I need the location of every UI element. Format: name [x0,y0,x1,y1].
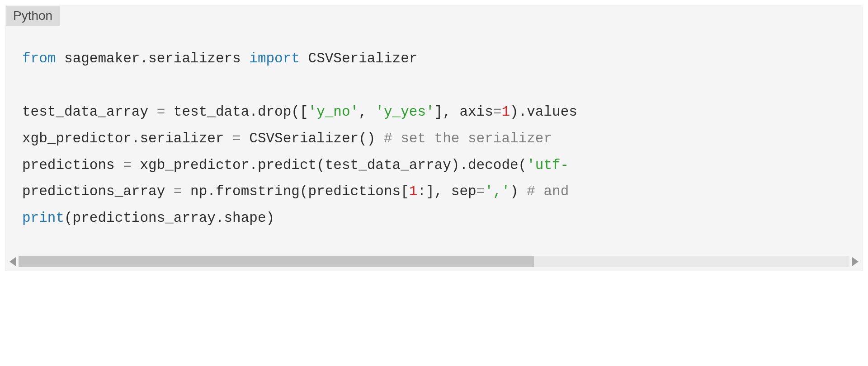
code-text: predictions_array [22,183,174,199]
code-string: 'utf- [527,157,569,173]
code-string: 'y_no' [308,104,359,120]
code-text: test_data_array [22,104,157,120]
code-text: (predictions_array.shape) [64,210,274,226]
code-operator: = [123,157,132,173]
code-text: sagemaker.serializers [56,51,249,66]
scroll-thumb[interactable] [19,256,534,267]
code-string: ',' [485,183,510,199]
code-text: ) [510,183,527,199]
code-text: ], axis [434,104,493,120]
scroll-left-icon[interactable] [9,257,16,266]
horizontal-scrollbar[interactable] [6,254,862,271]
code-operator: = [476,183,485,199]
code-keyword: import [249,51,300,66]
code-content: from sagemaker.serializers import CSVSer… [6,35,862,250]
code-operator: = [493,104,502,120]
code-string: 'y_yes' [375,104,434,120]
scroll-right-icon[interactable] [852,257,859,266]
code-operator: = [174,183,182,199]
code-text: xgb_predictor.predict(test_data_array).d… [132,157,527,173]
code-keyword: print [22,210,64,226]
code-text: ).values [510,104,577,120]
code-number: 1 [409,183,418,199]
code-text: CSVSerializer [300,51,417,66]
code-operator: = [157,104,165,120]
code-scroll-area[interactable]: from sagemaker.serializers import CSVSer… [6,26,862,254]
code-text: predictions [22,157,123,173]
language-tag: Python [6,6,60,26]
code-text: xgb_predictor.serializer [22,131,232,146]
code-comment: # and [527,183,569,199]
code-keyword: from [22,51,56,66]
code-text: np.fromstring(predictions[ [182,183,409,199]
code-operator: = [232,131,241,146]
code-text: test_data.drop([ [165,104,308,120]
code-comment: # set the serializer [384,131,561,146]
code-text: :], sep [417,183,476,199]
code-text: CSVSerializer() [241,131,384,146]
code-number: 1 [501,104,510,120]
code-text: , [359,104,375,120]
scroll-track[interactable] [19,256,849,267]
code-block: Python from sagemaker.serializers import… [5,5,863,271]
